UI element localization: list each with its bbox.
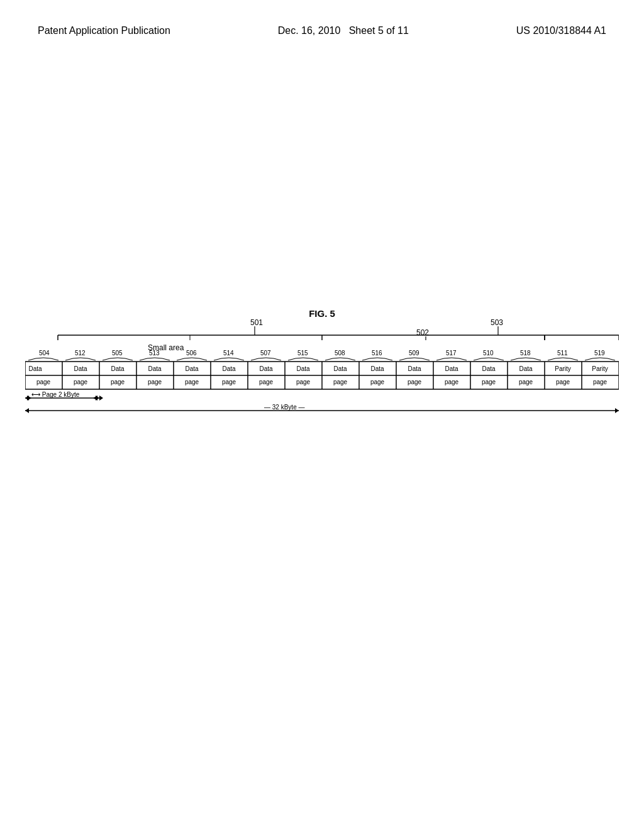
ref-502-label: 502	[416, 328, 429, 337]
svg-marker-84	[25, 408, 29, 413]
svg-text:page: page	[333, 379, 348, 385]
header-right: US 2010/318844 A1	[516, 25, 606, 36]
svg-text:504: 504	[39, 350, 50, 357]
svg-text:Parity: Parity	[555, 365, 571, 372]
svg-text:Data: Data	[259, 365, 273, 372]
svg-text:516: 516	[372, 350, 382, 357]
svg-text:Data: Data	[148, 365, 162, 372]
svg-text:Data: Data	[185, 365, 199, 372]
svg-text:— 32 kByte —: — 32 kByte —	[264, 404, 304, 411]
svg-text:507: 507	[260, 350, 271, 357]
svg-text:⟷ Page 2 kByte: ⟷ Page 2 kByte	[31, 391, 80, 398]
svg-text:517: 517	[446, 350, 457, 357]
svg-text:Data: Data	[445, 365, 458, 372]
svg-text:page: page	[296, 379, 311, 385]
header: Patent Application Publication Dec. 16, …	[38, 25, 606, 36]
svg-text:page: page	[222, 379, 236, 385]
svg-text:page: page	[36, 379, 51, 385]
svg-text:Data: Data	[28, 365, 42, 372]
svg-marker-85	[615, 408, 619, 413]
svg-text:Data: Data	[519, 365, 533, 372]
svg-text:page: page	[148, 379, 162, 385]
svg-text:page: page	[185, 379, 199, 385]
svg-text:514: 514	[223, 350, 234, 357]
svg-text:page: page	[259, 379, 274, 385]
svg-text:Data: Data	[333, 365, 347, 372]
svg-marker-88	[93, 396, 97, 401]
svg-text:Data: Data	[482, 365, 496, 372]
svg-text:page: page	[482, 379, 496, 385]
svg-text:519: 519	[594, 350, 605, 357]
svg-text:509: 509	[409, 350, 419, 357]
svg-text:Data: Data	[74, 365, 87, 372]
svg-text:page: page	[519, 379, 533, 385]
svg-text:page: page	[408, 379, 422, 385]
svg-marker-87	[27, 396, 31, 401]
diagram-svg: 501 Small area 502 503	[25, 318, 619, 443]
svg-text:513: 513	[149, 350, 160, 357]
svg-text:510: 510	[483, 350, 494, 357]
svg-text:508: 508	[335, 350, 345, 357]
svg-text:page: page	[556, 379, 570, 385]
svg-text:Data: Data	[296, 365, 310, 372]
page: Patent Application Publication Dec. 16, …	[0, 0, 644, 830]
svg-text:page: page	[593, 379, 608, 385]
header-left: Patent Application Publication	[38, 25, 170, 36]
svg-text:Data: Data	[111, 365, 125, 372]
svg-text:page: page	[111, 379, 125, 385]
svg-text:505: 505	[112, 350, 123, 357]
diagram-wrapper: 501 Small area 502 503	[25, 318, 619, 443]
ref-501-label: 501	[250, 318, 263, 327]
svg-text:506: 506	[186, 350, 197, 357]
svg-text:Parity: Parity	[592, 365, 608, 372]
svg-text:page: page	[74, 379, 88, 385]
svg-text:512: 512	[75, 350, 86, 357]
svg-text:page: page	[370, 379, 385, 385]
svg-marker-79	[99, 396, 103, 401]
svg-text:518: 518	[520, 350, 531, 357]
svg-text:515: 515	[297, 350, 308, 357]
svg-text:Data: Data	[222, 365, 236, 372]
ref-503-label: 503	[491, 318, 503, 327]
svg-text:Data: Data	[408, 365, 421, 372]
svg-text:511: 511	[557, 350, 568, 357]
header-center: Dec. 16, 2010 Sheet 5 of 11	[278, 25, 409, 36]
svg-text:page: page	[445, 379, 459, 385]
svg-text:Data: Data	[370, 365, 384, 372]
